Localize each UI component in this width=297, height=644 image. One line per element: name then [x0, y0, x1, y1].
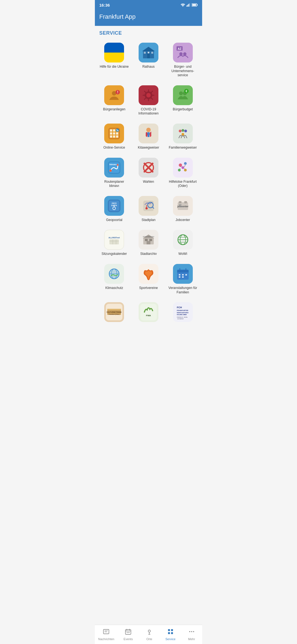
buergerbudget-label: Bürgerbudget	[173, 107, 193, 112]
svg-point-18	[179, 52, 183, 56]
partner-kulturbetriebe[interactable]: KULTURBETRIEBE Frankfurt (Oder)	[97, 298, 131, 326]
svg-text:DIENSTLEISTUNGS: DIENSTLEISTUNGS	[177, 312, 188, 313]
app-item-familienwegweiser[interactable]: Familienwegweiser	[166, 119, 200, 153]
covid-label: COVID-19 Informationen	[134, 107, 164, 116]
svg-rect-45	[110, 135, 112, 138]
ukraine-label: Hilfe für die Ukraine	[100, 65, 129, 69]
app-item-buergerbudget[interactable]: € Bürgerbudget	[166, 81, 200, 119]
kitawegweiser-label: Kitawegweiser	[138, 146, 159, 150]
svg-rect-101	[147, 241, 150, 244]
svg-text:HOLDING GMBH: HOLDING GMBH	[177, 314, 187, 315]
signal-icon	[186, 3, 190, 7]
app-item-online-service[interactable]: 📡 Online-Service	[97, 119, 131, 153]
svg-rect-39	[110, 129, 112, 132]
svg-point-69	[184, 169, 187, 171]
svg-rect-4	[189, 3, 190, 7]
buergerbudget-icon: €	[173, 85, 193, 105]
app-item-stadtplan[interactable]: Stadtplan	[131, 192, 166, 226]
status-bar: 16:36	[95, 0, 202, 10]
app-item-wowi[interactable]: WoWi	[166, 225, 200, 260]
svg-point-50	[146, 128, 151, 132]
svg-point-84	[145, 207, 148, 209]
app-item-sportvereine[interactable]: Sportvereine	[131, 260, 166, 298]
svg-text:FRANKFURTER: FRANKFURTER	[177, 310, 188, 311]
svg-rect-119	[185, 274, 187, 275]
status-icons	[181, 3, 198, 7]
svg-text:€: €	[186, 89, 187, 93]
svg-rect-46	[113, 135, 115, 138]
svg-rect-87	[179, 201, 182, 203]
svg-rect-100	[149, 239, 152, 241]
content: SERVICE Hilfe für die Ukraine	[95, 26, 202, 351]
svg-point-54	[182, 129, 184, 132]
rathaus-icon	[139, 43, 158, 62]
svg-rect-6	[192, 4, 196, 6]
svg-text:!: !	[117, 90, 118, 94]
app-item-ukraine[interactable]: Hilfe für die Ukraine	[97, 38, 131, 81]
svg-rect-13	[144, 52, 146, 54]
svg-rect-15	[148, 52, 149, 53]
kulturbetriebe-logo: KULTURBETRIEBE Frankfurt (Oder)	[104, 302, 124, 322]
app-item-buerger-service[interactable]: AZ Bürger- und Unternehmens-service	[166, 38, 200, 81]
ukraine-icon	[104, 43, 124, 62]
app-item-jobcenter[interactable]: jobcenter Jobcenter	[166, 192, 200, 226]
app-item-rathaus[interactable]: Rathaus	[131, 38, 166, 81]
svg-rect-124	[107, 309, 121, 310]
svg-rect-7	[197, 4, 198, 6]
svg-rect-93	[109, 239, 119, 244]
svg-text:bbnavı: bbnavı	[109, 163, 117, 166]
stadtplan-icon	[139, 196, 158, 216]
geopoortal-icon: GEO DATA	[104, 196, 124, 216]
app-item-wahlen[interactable]: Wahlen	[131, 153, 166, 192]
svg-rect-14	[151, 52, 153, 54]
svg-line-32	[144, 98, 146, 99]
svg-point-0	[183, 6, 183, 7]
wowi-label: WoWi	[178, 252, 187, 256]
app-item-covid[interactable]: COVID-19 Informationen	[131, 81, 166, 119]
jobcenter-label: Jobcenter	[175, 218, 190, 222]
app-item-klimaschutz[interactable]: Klimaschutz	[97, 260, 131, 298]
app-title: Frankfurt App	[99, 13, 198, 20]
svg-text:KULTURBETRIEBE: KULTURBETRIEBE	[107, 311, 122, 313]
wowi-icon	[173, 230, 193, 250]
app-item-hilfelotse[interactable]: Hilfelotse Frankfurt (Oder)	[166, 153, 200, 192]
app-item-stadtarchiv[interactable]: STADTARCHIV Stadtarchiv	[131, 225, 166, 260]
svg-text:STADTARCHIV: STADTARCHIV	[143, 236, 154, 238]
app-item-routenplaner[interactable]: bbnavı Routenplaner bbnavı	[97, 153, 131, 192]
buerger-service-icon: AZ	[173, 43, 193, 62]
app-item-veranstaltungen[interactable]: Veranstaltungen für Familien	[166, 260, 200, 298]
stadtarchiv-icon: STADTARCHIV	[139, 230, 158, 250]
svg-line-30	[151, 98, 153, 99]
wahlen-label: Wahlen	[143, 180, 154, 184]
covid-icon	[139, 85, 158, 105]
app-item-sitzungskalender[interactable]: ALLRIS®net Sitzungskalender	[97, 225, 131, 260]
svg-rect-88	[184, 201, 187, 203]
sitzungskalender-icon: ALLRIS®net	[104, 230, 124, 250]
svg-point-70	[182, 166, 184, 169]
app-header: Frankfurt App	[95, 10, 202, 26]
svg-rect-12	[147, 53, 150, 58]
svg-point-66	[179, 163, 182, 167]
fwa-logo: FWA	[139, 302, 158, 322]
partner-fdh[interactable]: FCH FRANKFURTER DIENSTLEISTUNGS HOLDING …	[166, 298, 200, 326]
app-item-geopoortal[interactable]: GEO DATA Geopoortal	[97, 192, 131, 226]
svg-rect-40	[113, 129, 115, 132]
svg-line-29	[144, 91, 146, 92]
svg-point-67	[184, 162, 187, 165]
stadtplan-label: Stadtplan	[142, 218, 156, 222]
svg-rect-42	[110, 132, 112, 135]
svg-rect-118	[182, 274, 184, 275]
app-item-buergeranliegen[interactable]: ! Bürgeranliegen	[97, 81, 131, 119]
svg-text:AZ: AZ	[178, 47, 181, 50]
buerger-service-label: Bürger- und Unternehmens-service	[168, 65, 198, 78]
svg-point-53	[179, 130, 182, 132]
partner-fwa[interactable]: FWA	[131, 298, 166, 326]
svg-line-74	[184, 168, 185, 169]
svg-rect-44	[116, 132, 118, 135]
svg-rect-43	[113, 132, 115, 135]
svg-rect-127	[140, 304, 157, 320]
app-item-kitawegweiser[interactable]: Kitawegweiser	[131, 119, 166, 153]
svg-rect-1	[186, 6, 187, 7]
routenplaner-icon: bbnavı	[104, 158, 124, 178]
wifi-icon	[181, 3, 185, 7]
